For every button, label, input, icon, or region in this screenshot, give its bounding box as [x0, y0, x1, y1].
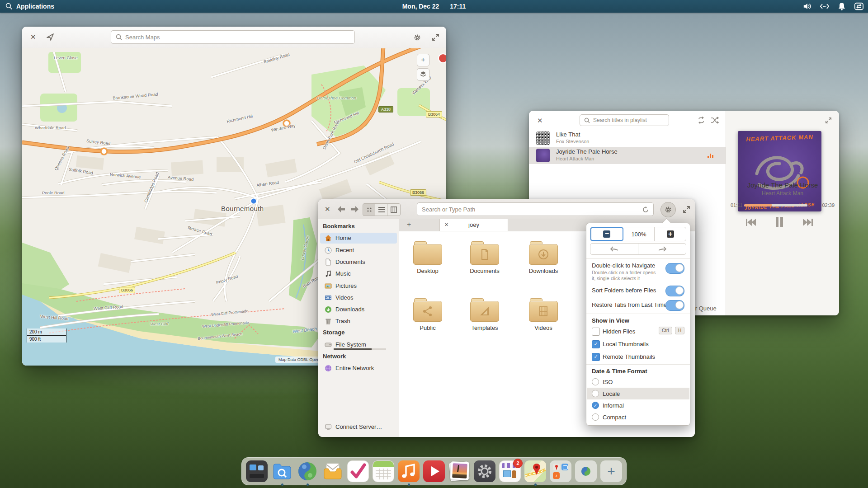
dock-maps[interactable] — [524, 460, 546, 482]
double-click-toggle[interactable] — [665, 263, 684, 274]
maps-close-button[interactable]: ✕ — [30, 33, 36, 41]
playlist-row-selected[interactable]: Joyride The Pale Horse Heart Attack Man — [529, 147, 726, 164]
locale-radio[interactable] — [592, 390, 599, 397]
dock-photos[interactable] — [448, 460, 470, 482]
history-forward-button[interactable] — [638, 244, 686, 254]
informal-radio[interactable]: ✓ — [592, 402, 599, 409]
zoom-out-button[interactable]: − — [590, 227, 623, 241]
music-close-button[interactable]: ✕ — [537, 117, 543, 125]
applications-menu[interactable]: Applications — [5, 3, 54, 10]
hidden-files-checkbox[interactable] — [592, 328, 600, 336]
folder-item-public[interactable]: Public — [401, 298, 455, 331]
dock-mail[interactable] — [322, 460, 344, 482]
connect-server-button[interactable]: Connect Server… — [320, 422, 397, 432]
sidebar-item-documents[interactable]: Documents — [320, 257, 397, 267]
dock-web-browser[interactable] — [297, 460, 318, 482]
maps-search-input[interactable]: Search Maps — [111, 30, 355, 44]
tab-joey[interactable]: ✕ joey — [439, 219, 508, 231]
dock-add-button[interactable]: + — [600, 460, 622, 482]
sort-folders-label: Sort Folders before Files — [592, 287, 656, 294]
local-thumbnails-checkbox[interactable]: ✓ — [592, 340, 600, 348]
iso-radio[interactable] — [592, 378, 599, 385]
reload-icon[interactable] — [642, 206, 649, 213]
sidebar-item-pictures[interactable]: Pictures — [320, 281, 397, 291]
sidebar-item-home[interactable]: Home — [320, 233, 397, 244]
notifications-icon[interactable] — [837, 2, 846, 11]
music-expand-icon[interactable] — [825, 117, 832, 124]
map-label: West Undercliff Promenade — [202, 320, 249, 329]
ctrl-keycap: Ctrl — [659, 327, 672, 334]
map-label: B3066 — [410, 189, 426, 196]
view-list-button[interactable] — [375, 203, 388, 216]
map-label: Priory Road — [216, 274, 239, 286]
locate-icon[interactable] — [46, 33, 55, 42]
dock-multitasking-view[interactable] — [246, 460, 268, 482]
files-close-button[interactable]: ✕ — [325, 205, 330, 213]
search-icon — [5, 3, 13, 10]
dock-calendar[interactable] — [373, 460, 394, 482]
server-icon — [325, 423, 332, 431]
zoom-out-icon: − — [603, 230, 610, 238]
next-track-button[interactable] — [802, 218, 814, 227]
history-back-button[interactable] — [590, 244, 638, 254]
playlist-search-input[interactable]: Search titles in playlist — [580, 114, 669, 126]
sidebar-item-music[interactable]: Music — [320, 268, 397, 279]
maps-settings-gear-icon[interactable] — [413, 33, 422, 42]
dock-system-settings[interactable] — [474, 460, 495, 482]
sidebar-item-file-system[interactable]: File System — [320, 339, 397, 350]
seek-bar[interactable] — [744, 204, 807, 206]
sidebar-item-videos[interactable]: Videos — [320, 292, 397, 303]
compact-radio[interactable] — [592, 413, 599, 421]
folder-item-downloads[interactable]: Downloads — [516, 241, 571, 274]
files-settings-button[interactable] — [660, 202, 676, 217]
dock-web-app[interactable] — [575, 460, 597, 482]
clock[interactable]: Mon, Dec 22 17:11 — [0, 3, 868, 10]
map-label: Avenue Road — [168, 175, 194, 182]
network-icon[interactable] — [820, 2, 829, 11]
remote-thumbnails-checkbox[interactable]: ✓ — [592, 353, 600, 361]
volume-icon[interactable] — [803, 2, 812, 11]
back-icon[interactable] — [336, 205, 346, 214]
dock: 2 ♪ + — [241, 457, 627, 485]
playlist-row[interactable]: Like That Fox Stevenson — [529, 130, 726, 147]
previous-track-button[interactable] — [745, 218, 757, 227]
sidebar-item-downloads[interactable]: Downloads — [320, 304, 397, 315]
folder-item-documents[interactable]: Documents — [458, 241, 512, 274]
dock-videos[interactable] — [423, 460, 445, 482]
sort-folders-toggle[interactable] — [665, 286, 684, 296]
folder-item-desktop[interactable]: Desktop — [401, 241, 455, 274]
dock-files[interactable] — [271, 460, 293, 482]
map-zoom-in-button[interactable]: + — [417, 54, 429, 66]
folder-item-templates[interactable]: Templates — [458, 298, 512, 331]
new-tab-button[interactable]: + — [407, 221, 411, 229]
back-arrow-icon — [610, 246, 618, 252]
session-icon[interactable] — [854, 2, 863, 11]
history-control — [590, 243, 686, 255]
dock-app-group[interactable]: ♪ — [550, 460, 571, 482]
pause-button[interactable] — [775, 216, 784, 227]
sidebar-item-recent[interactable]: Recent — [320, 245, 397, 256]
running-indicator — [281, 483, 283, 486]
dock-tasks[interactable] — [347, 460, 369, 482]
dock-music[interactable] — [398, 460, 420, 482]
total-time: 02:39 — [822, 202, 835, 208]
web-app-icon — [297, 460, 318, 482]
view-grid-button[interactable] — [363, 203, 376, 216]
map-layers-button[interactable] — [417, 68, 429, 81]
dock-appcenter[interactable]: 2 — [499, 460, 521, 482]
sidebar-item-entire-network[interactable]: Entire Network — [320, 363, 397, 374]
zoom-in-button[interactable]: + — [655, 227, 686, 241]
forward-icon[interactable] — [350, 205, 360, 214]
folder-item-videos[interactable]: Videos — [516, 298, 571, 331]
search-icon — [584, 117, 590, 123]
sidebar-item-trash[interactable]: Trash — [320, 316, 397, 327]
plus-icon: + — [600, 464, 622, 479]
path-bar-input[interactable]: Search or Type Path — [417, 202, 654, 216]
files-expand-icon[interactable] — [683, 206, 690, 213]
repeat-icon[interactable] — [697, 117, 705, 124]
shuffle-icon[interactable] — [711, 117, 719, 124]
maps-expand-icon[interactable] — [432, 33, 439, 41]
view-columns-button[interactable] — [387, 203, 401, 216]
search-icon — [116, 34, 122, 40]
restore-tabs-toggle[interactable] — [665, 300, 684, 311]
